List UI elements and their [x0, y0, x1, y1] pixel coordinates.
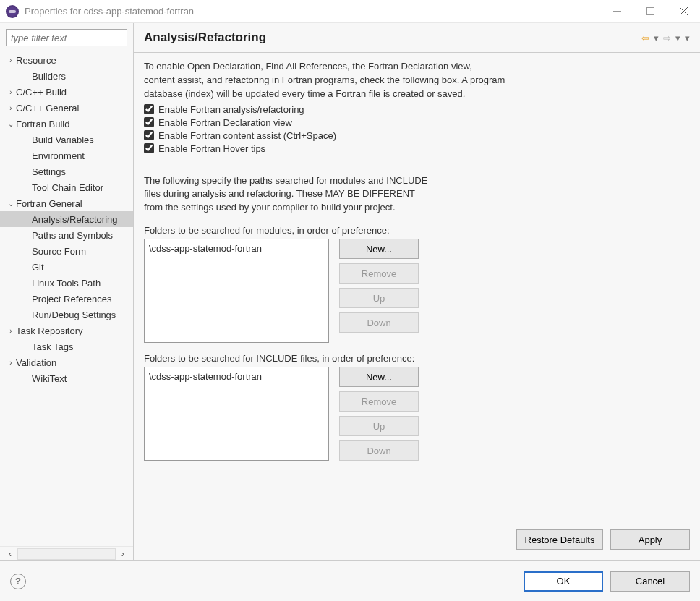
- scroll-track[interactable]: [17, 548, 116, 560]
- properties-tree: ›Resource Builders ›C/C++ Build ›C/C++ G…: [0, 51, 133, 546]
- back-dropdown-icon[interactable]: ▾: [654, 33, 659, 43]
- page-title: Analysis/Refactoring: [144, 30, 641, 45]
- include-section: \cdss-app-statemod-fortran New... Remove…: [144, 367, 690, 461]
- restore-defaults-button[interactable]: Restore Defaults: [516, 529, 603, 550]
- modules-new-button[interactable]: New...: [339, 239, 419, 259]
- chevron-right-icon[interactable]: ›: [6, 104, 16, 112]
- tree-item-build-variables[interactable]: Build Variables: [0, 132, 133, 148]
- chevron-right-icon[interactable]: ›: [6, 88, 16, 96]
- sidebar-hscroll[interactable]: ‹ ›: [0, 546, 133, 560]
- tree-item-task-tags[interactable]: Task Tags: [0, 338, 133, 354]
- tree-item-validation[interactable]: ›Validation: [0, 354, 133, 370]
- include-new-button[interactable]: New...: [339, 367, 419, 387]
- tree-item-analysis-refactoring[interactable]: Analysis/Refactoring: [0, 211, 133, 227]
- scroll-right-icon[interactable]: ›: [116, 548, 130, 559]
- tree-item-source-form[interactable]: Source Form: [0, 243, 133, 259]
- chevron-down-icon[interactable]: ⌄: [6, 120, 16, 128]
- list-item[interactable]: \cdss-app-statemod-fortran: [149, 370, 324, 383]
- include-label: Folders to be searched for INCLUDE files…: [144, 353, 690, 364]
- checkbox-enable-declaration-view[interactable]: [144, 117, 154, 127]
- checkbox-enable-hover-tips[interactable]: [144, 143, 154, 153]
- cancel-button[interactable]: Cancel: [610, 571, 690, 592]
- minimize-button[interactable]: [600, 0, 633, 23]
- chevron-down-icon[interactable]: ⌄: [6, 200, 16, 208]
- app-icon: [6, 5, 19, 18]
- tree-item-ccpp-general[interactable]: ›C/C++ General: [0, 100, 133, 116]
- tree-item-wikitext[interactable]: WikiText: [0, 370, 133, 386]
- maximize-button[interactable]: [633, 0, 667, 23]
- chevron-right-icon[interactable]: ›: [6, 327, 16, 335]
- check-enable-analysis[interactable]: Enable Fortran analysis/refactoring: [144, 104, 690, 115]
- tree-item-linux-tools-path[interactable]: Linux Tools Path: [0, 275, 133, 291]
- forward-arrow-icon[interactable]: ⇨: [663, 33, 671, 43]
- tree-item-paths-and-symbols[interactable]: Paths and Symbols: [0, 227, 133, 243]
- dialog-footer: ? OK Cancel: [0, 560, 700, 601]
- tree-item-git[interactable]: Git: [0, 259, 133, 275]
- check-enable-hover-tips[interactable]: Enable Fortran Hover tips: [144, 143, 690, 154]
- help-icon[interactable]: ?: [10, 574, 26, 589]
- back-arrow-icon[interactable]: ⇦: [641, 33, 649, 43]
- tree-item-fortran-general[interactable]: ⌄Fortran General: [0, 195, 133, 211]
- tree-item-tool-chain-editor[interactable]: Tool Chain Editor: [0, 179, 133, 195]
- include-up-button[interactable]: Up: [339, 416, 419, 436]
- close-button[interactable]: [667, 0, 700, 23]
- modules-section: \cdss-app-statemod-fortran New... Remove…: [144, 239, 690, 343]
- tree-item-task-repository[interactable]: ›Task Repository: [0, 323, 133, 338]
- checkbox-enable-content-assist[interactable]: [144, 130, 154, 140]
- titlebar: Properties for cdss-app-statemod-fortran: [0, 0, 700, 23]
- modules-up-button[interactable]: Up: [339, 288, 419, 308]
- include-remove-button[interactable]: Remove: [339, 391, 419, 412]
- tree-item-settings[interactable]: Settings: [0, 163, 133, 179]
- menu-dropdown-icon[interactable]: ▾: [685, 33, 690, 43]
- tree-item-fortran-build[interactable]: ⌄Fortran Build: [0, 116, 133, 132]
- window-title: Properties for cdss-app-statemod-fortran: [25, 6, 600, 17]
- sidebar: ›Resource Builders ›C/C++ Build ›C/C++ G…: [0, 23, 134, 560]
- tree-item-environment[interactable]: Environment: [0, 148, 133, 163]
- check-enable-declaration-view[interactable]: Enable Fortran Declaration view: [144, 117, 690, 128]
- forward-dropdown-icon[interactable]: ▾: [675, 33, 680, 43]
- filter-input[interactable]: [6, 29, 127, 46]
- scroll-left-icon[interactable]: ‹: [3, 548, 17, 559]
- intro-text: To enable Open Declaration, Find All Ref…: [144, 60, 505, 101]
- chevron-right-icon[interactable]: ›: [6, 359, 16, 367]
- tree-item-resource[interactable]: ›Resource: [0, 52, 133, 68]
- checkbox-enable-analysis[interactable]: [144, 104, 154, 114]
- main-panel: Analysis/Refactoring ⇦ ▾ ⇨ ▾ ▾ To enable…: [134, 23, 700, 560]
- include-down-button[interactable]: Down: [339, 440, 419, 461]
- check-enable-content-assist[interactable]: Enable Fortran content assist (Ctrl+Spac…: [144, 130, 690, 141]
- paths-intro-text: The following specify the paths searched…: [144, 174, 433, 216]
- modules-down-button[interactable]: Down: [339, 312, 419, 333]
- apply-button[interactable]: Apply: [610, 529, 690, 550]
- modules-list[interactable]: \cdss-app-statemod-fortran: [144, 239, 329, 343]
- list-item[interactable]: \cdss-app-statemod-fortran: [149, 242, 324, 255]
- tree-item-project-references[interactable]: Project References: [0, 291, 133, 307]
- modules-remove-button[interactable]: Remove: [339, 263, 419, 284]
- ok-button[interactable]: OK: [524, 571, 603, 592]
- tree-item-run-debug-settings[interactable]: Run/Debug Settings: [0, 307, 133, 323]
- include-list[interactable]: \cdss-app-statemod-fortran: [144, 367, 329, 461]
- svg-rect-1: [646, 8, 654, 15]
- tree-item-ccpp-build[interactable]: ›C/C++ Build: [0, 84, 133, 100]
- tree-item-builders[interactable]: Builders: [0, 68, 133, 84]
- modules-label: Folders to be searched for modules, in o…: [144, 225, 690, 236]
- chevron-right-icon[interactable]: ›: [6, 56, 16, 64]
